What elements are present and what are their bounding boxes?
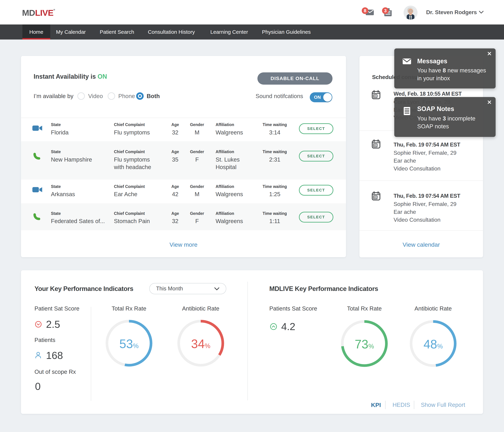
svg-text:01: 01: [374, 196, 377, 199]
svg-text:01: 01: [374, 95, 377, 98]
svg-text:01: 01: [374, 144, 377, 147]
